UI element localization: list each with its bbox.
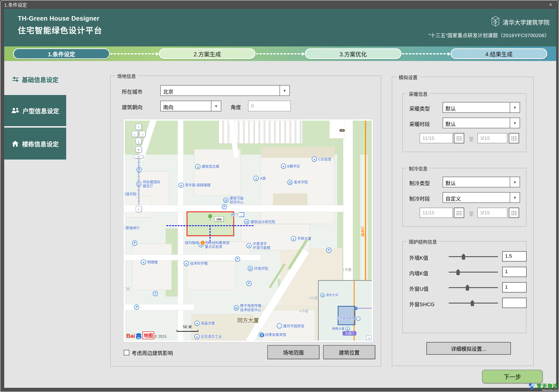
window-shcg-label: 外窗SHCG — [409, 300, 435, 308]
slider-thumb[interactable] — [462, 254, 465, 260]
int-wall-k-value[interactable]: 1 — [502, 267, 527, 277]
sidebar-item-unit-info[interactable]: 户型信息设定 — [4, 95, 66, 127]
window-u-label: 外窗U值 — [409, 284, 429, 292]
step-3-optimize[interactable]: 3.方案优化 — [305, 48, 401, 59]
window-u-value[interactable]: 1 — [502, 282, 527, 292]
map-poi-school: ▤建筑设计研究院 — [244, 219, 275, 224]
site-crosshair-vertical — [210, 225, 211, 241]
cooling-start-calendar-button[interactable] — [454, 208, 464, 218]
pan-left-button[interactable]: ← — [132, 131, 138, 137]
school-icon: ▤ — [248, 266, 253, 271]
ext-wall-k-slider[interactable] — [449, 256, 498, 257]
window-shcg-value[interactable] — [502, 298, 527, 308]
map-attribution: © 2015 Baidu — [154, 335, 167, 339]
zoom-slider-track[interactable] — [137, 159, 140, 205]
map-poi-coffee: ☕绿坞咖啡 — [185, 240, 205, 245]
close-icon[interactable]: × — [546, 1, 555, 8]
detail-simulation-button[interactable]: 详细模拟设置... — [426, 342, 511, 355]
map-poi-hotel: ⌂北京西郊宾馆 — [336, 317, 360, 321]
chevron-down-icon[interactable]: ▼ — [510, 118, 520, 128]
sidebar-item-label: 楼栋信息设定 — [22, 139, 59, 148]
step-4-result[interactable]: 4.结果生成 — [451, 48, 547, 59]
hotel-icon: ⌂ — [277, 323, 282, 328]
consider-surroundings-row: 考虑周边建筑影响 — [124, 349, 173, 356]
slider-thumb[interactable] — [471, 300, 474, 306]
orientation-select[interactable]: 南向 ▼ — [160, 101, 221, 111]
map-poi-parking: P — [246, 281, 252, 286]
cooling-type-select[interactable]: 默认 ▼ — [443, 177, 520, 187]
pan-up-button[interactable]: ↑ — [136, 124, 142, 130]
chevron-down-icon[interactable]: ▼ — [510, 102, 520, 112]
zoom-in-button[interactable]: + — [136, 146, 142, 153]
map-canvas[interactable]: 13号线 site ↑ ← — [125, 121, 372, 341]
map-poi-coffee: ☕暖意咖啡厅 — [125, 225, 140, 231]
map-poi-label: 中意清华环境节能楼 — [253, 242, 270, 250]
map-poi-label: 建筑馆北楼 — [202, 164, 219, 168]
chevron-down-icon[interactable]: ▼ — [510, 193, 520, 202]
calendar-icon — [456, 210, 462, 215]
heating-end-date-input[interactable]: 3/15 — [477, 133, 507, 143]
heating-start-date-input[interactable]: 11/15 — [419, 133, 453, 143]
map-poi-parking: P — [153, 291, 158, 296]
map-poi-label: 绿坞咖啡 — [185, 241, 199, 245]
cooling-start-date-input[interactable]: 11/15 — [419, 208, 453, 218]
parking-icon: P — [222, 204, 227, 209]
cooling-end-date-input[interactable]: 3/15 — [477, 208, 507, 218]
heating-period-select[interactable]: 默认 ▼ — [443, 118, 520, 128]
sidebar-item-building-info[interactable]: 楼栋信息设定 — [4, 128, 66, 160]
window-u-slider[interactable] — [449, 287, 498, 288]
map-poi-label: 4号楼 — [299, 309, 308, 313]
heating-end-calendar-button[interactable] — [509, 133, 519, 143]
heating-type-select[interactable]: 默认 ▼ — [443, 102, 520, 113]
baidu-map-text: 地图 — [142, 331, 154, 339]
window-shcg-slider[interactable] — [449, 303, 498, 304]
map-poi-traffic — [339, 129, 345, 132]
chevron-down-icon[interactable]: ▼ — [510, 177, 520, 187]
ext-wall-k-value[interactable]: 1.5 — [502, 251, 527, 262]
bus-icon: B — [260, 332, 265, 337]
building-icon: ▲ — [141, 259, 146, 264]
heating-type-label: 采暖类型 — [409, 104, 430, 112]
baidu-logo: Bai du 地图 — [126, 331, 154, 339]
main-area: 基础信息设定 户型信息设定 — [4, 61, 556, 388]
building-icon: ▲ — [178, 182, 184, 188]
map-overview-inset[interactable]: G ↘ ▤清华大学⌂北京西郊宾馆▲网络大厦五道口 — [318, 280, 372, 341]
cooling-period-select[interactable]: 自定义 ▼ — [443, 192, 520, 203]
cooling-period-label: 制冷时段 — [409, 194, 430, 202]
cooling-end-calendar-button[interactable] — [509, 208, 519, 218]
angle-input[interactable]: 0 — [248, 101, 291, 111]
sidebar-item-basic-info[interactable]: 基础信息设定 — [4, 69, 66, 89]
zoom-slider-handle[interactable]: — — [134, 155, 144, 158]
map-poi-building: ▲B教学区 — [281, 164, 300, 169]
traffic-icon — [339, 129, 345, 132]
heating-start-calendar-button[interactable] — [454, 133, 464, 143]
pan-down-button[interactable]: ↓ — [136, 138, 142, 144]
inset-viewport-rect[interactable] — [338, 306, 355, 325]
site-info-group: 场地信息 所在城市 北京 ▼ 建筑朝向 南向 ▼ 角度 0 — [110, 75, 381, 366]
slider-thumb[interactable] — [466, 284, 469, 291]
chevron-down-icon[interactable]: ▼ — [280, 86, 289, 95]
building-icon: ▲ — [184, 261, 189, 266]
slider-thumb[interactable] — [456, 269, 460, 275]
city-select[interactable]: 北京 ▼ — [160, 85, 290, 96]
pan-right-button[interactable]: → — [140, 131, 146, 137]
int-wall-k-slider[interactable] — [449, 272, 498, 273]
school-icon: ▤ — [321, 293, 325, 297]
step-1-condition[interactable]: 1.条件设定 — [13, 48, 110, 59]
map-poi-building: ▲建筑馆北楼 — [195, 164, 219, 169]
map-poi-gray: 1号楼 — [343, 268, 352, 272]
site-range-button[interactable]: 场地范围 — [267, 345, 319, 359]
map-poi-label: 明理楼 — [147, 260, 158, 264]
chevron-down-icon[interactable]: ▼ — [211, 101, 221, 111]
inset-collapse-button[interactable]: ↘ — [367, 336, 371, 340]
map-poi-building: ▲A座 — [253, 176, 266, 181]
coffee-icon: ☕ — [200, 240, 205, 245]
map-poi-label: 盛世华园宾馆 — [283, 324, 304, 328]
next-step-button[interactable]: 下一步 — [482, 370, 543, 383]
building-position-button[interactable]: 建筑位置 — [323, 345, 375, 359]
zoom-out-button[interactable]: − — [136, 206, 142, 212]
step-2-generate[interactable]: 2.方案生成 — [159, 48, 256, 59]
consider-surroundings-checkbox[interactable] — [124, 350, 129, 356]
site-pin-icon[interactable] — [208, 214, 212, 220]
map-poi-label: 建筑设计研究院 — [250, 220, 275, 224]
